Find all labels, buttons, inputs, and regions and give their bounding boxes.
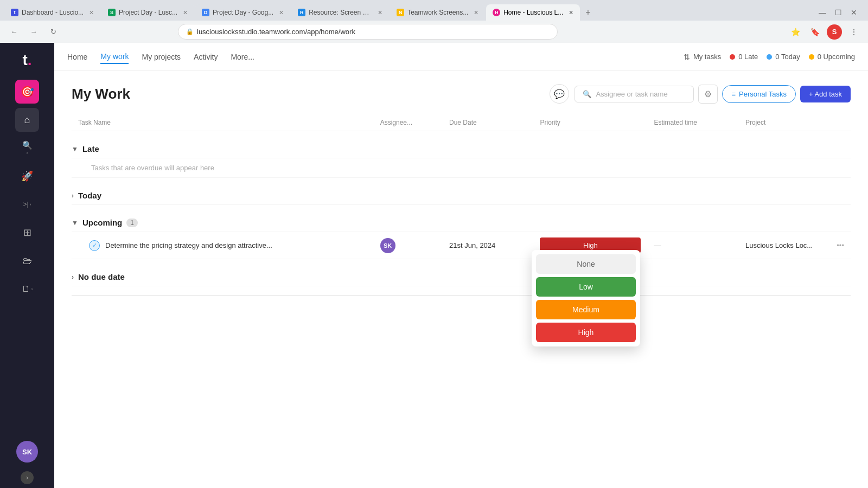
logo-text: t. — [22, 52, 31, 69]
tab-3-close[interactable]: ✕ — [279, 9, 284, 16]
today-chevron: › — [72, 192, 74, 200]
page-title: My Work — [72, 86, 130, 102]
browser-tab-5[interactable]: N Teamwork Screens... ✕ — [390, 4, 485, 21]
task-more-cell[interactable]: ••• — [830, 232, 851, 259]
sidebar-item-expand[interactable]: >| › — [15, 192, 39, 216]
browser-tab-1[interactable]: t Dashboard - Luscio... ✕ — [4, 4, 100, 21]
tab-6-label: Home - Luscious L... — [503, 9, 563, 16]
upcoming-count: 1 — [126, 219, 138, 227]
sidebar-item-grid[interactable]: ⊞ — [15, 221, 39, 245]
late-dot — [730, 54, 735, 60]
task-due-date: 21st Jun, 2024 — [449, 241, 495, 249]
url-bar[interactable]: 🔒 lusciouslocksstudio.teamwork.com/app/h… — [178, 24, 558, 40]
tab-3-label: Project Day - Goog... — [213, 9, 273, 16]
browser-tab-6[interactable]: H Home - Luscious L... ✕ — [486, 4, 580, 21]
tab-2-close[interactable]: ✕ — [183, 9, 188, 16]
tab-4-label: Resource: Screen S... — [309, 9, 372, 16]
close-window-icon[interactable]: ✕ — [851, 8, 857, 17]
maximize-icon[interactable]: ☐ — [835, 8, 842, 17]
menu-icon[interactable]: ⋮ — [846, 24, 861, 40]
priority-dropdown: None Low Medium High — [532, 250, 640, 346]
sort-icon: ⇅ — [684, 53, 690, 61]
assignee-avatar[interactable]: SK — [380, 238, 395, 253]
sidebar-item-target[interactable]: 🎯 — [15, 80, 39, 104]
section-today-header[interactable]: › Today — [72, 178, 851, 205]
bookmark-icon[interactable]: 🔖 — [807, 24, 822, 40]
nav-myprojects[interactable]: My projects — [142, 50, 181, 63]
browser-tab-3[interactable]: D Project Day - Goog... ✕ — [195, 4, 290, 21]
upcoming-label: Upcoming — [82, 218, 122, 227]
search-box[interactable]: 🔍 Assignee or task name — [575, 86, 694, 102]
sidebar-item-search[interactable]: 🔍 › — [15, 136, 39, 160]
noduedate-chevron: › — [72, 273, 74, 281]
nav-home[interactable]: Home — [67, 50, 87, 63]
sidebar-item-rocket[interactable]: 🚀 — [15, 164, 39, 188]
personal-tasks-button[interactable]: ≡ Personal Tasks — [722, 85, 796, 103]
profile-icon[interactable]: S — [827, 24, 842, 40]
tab-1-close[interactable]: ✕ — [89, 9, 94, 16]
today-label: Today — [78, 191, 101, 200]
upcoming-count-label: 0 Upcoming — [818, 53, 855, 61]
user-avatar[interactable]: SK — [16, 441, 38, 463]
bottom-divider — [72, 295, 851, 296]
lock-icon: 🔒 — [186, 28, 194, 35]
personal-tasks-icon: ≡ — [731, 90, 736, 98]
tab-4-close[interactable]: ✕ — [378, 9, 382, 16]
browser-tab-bar: t Dashboard - Luscio... ✕ S Project Day … — [0, 0, 868, 21]
task-estimate: — — [654, 241, 661, 249]
col-task-name: Task Name — [72, 114, 374, 131]
nav-more[interactable]: More... — [231, 50, 254, 63]
task-name-text[interactable]: Determine the pricing strategy and desig… — [105, 241, 272, 249]
priority-option-medium[interactable]: Medium — [536, 300, 636, 319]
col-estimated: Estimated time — [647, 114, 738, 131]
nav-today-count[interactable]: 0 Today — [767, 53, 800, 61]
nav-late-count[interactable]: 0 Late — [730, 53, 758, 61]
section-upcoming-header[interactable]: ▼ Upcoming 1 — [72, 205, 851, 232]
page-content: My Work 💬 🔍 Assignee or task name ⚙ ≡ Pe… — [54, 71, 868, 488]
nav-activity[interactable]: Activity — [194, 50, 218, 63]
personal-tasks-label: Personal Tasks — [739, 90, 787, 98]
search-placeholder: Assignee or task name — [596, 90, 667, 98]
chat-button[interactable]: 💬 — [550, 84, 569, 104]
sidebar-toggle[interactable]: › — [21, 471, 34, 484]
main-content: Home My work My projects Activity More..… — [54, 43, 868, 488]
task-project-cell: Luscious Locks Loc... — [739, 232, 830, 259]
nav-my-tasks[interactable]: ⇅ My tasks — [684, 53, 721, 61]
minimize-icon[interactable]: — — [819, 8, 826, 17]
task-more-icon[interactable]: ••• — [837, 241, 844, 249]
app-logo: t. — [16, 49, 38, 71]
sidebar-item-home[interactable]: ⌂ — [15, 108, 39, 132]
window-controls: — ☐ ✕ — [812, 8, 864, 17]
upcoming-chevron: ▼ — [72, 219, 78, 227]
priority-option-high[interactable]: High — [536, 323, 636, 342]
extensions-icon[interactable]: ⭐ — [788, 24, 803, 40]
section-noduedate-header[interactable]: › No due date — [72, 259, 851, 286]
add-task-label: + Add task — [809, 90, 842, 98]
task-due-cell: 21st Jun, 2024 — [443, 232, 533, 259]
tab-6-close[interactable]: ✕ — [569, 9, 573, 16]
today-dot — [767, 54, 772, 60]
nav-upcoming-count[interactable]: 0 Upcoming — [809, 53, 855, 61]
nav-mywork[interactable]: My work — [100, 50, 129, 64]
tab-5-close[interactable]: ✕ — [474, 9, 478, 16]
noduedate-label: No due date — [78, 272, 125, 281]
search-icon: 🔍 — [583, 90, 591, 98]
priority-option-low[interactable]: Low — [536, 277, 636, 297]
add-task-button[interactable]: + Add task — [800, 86, 851, 102]
browser-tab-2[interactable]: S Project Day - Lusc... ✕ — [101, 4, 194, 21]
sidebar-item-folder[interactable]: 🗁 — [15, 249, 39, 273]
back-button[interactable]: ← — [7, 24, 22, 40]
new-tab-button[interactable]: + — [581, 5, 595, 20]
reload-button[interactable]: ↻ — [46, 24, 61, 40]
upcoming-dot — [809, 54, 814, 60]
tab-2-label: Project Day - Lusc... — [119, 9, 177, 16]
sidebar-item-docs[interactable]: 🗋 › — [15, 277, 39, 301]
priority-option-none[interactable]: None — [536, 254, 636, 274]
section-late-header[interactable]: ▼ Late — [72, 131, 851, 158]
forward-button[interactable]: → — [26, 24, 41, 40]
filter-button[interactable]: ⚙ — [698, 85, 718, 104]
sidebar: t. 🎯 ⌂ 🔍 › 🚀 >| › ⊞ 🗁 🗋 › SK › — [0, 43, 54, 488]
browser-tab-4[interactable]: R Resource: Screen S... ✕ — [291, 4, 389, 21]
task-complete-checkbox[interactable]: ✓ — [89, 240, 100, 251]
col-project: Project — [739, 114, 830, 131]
